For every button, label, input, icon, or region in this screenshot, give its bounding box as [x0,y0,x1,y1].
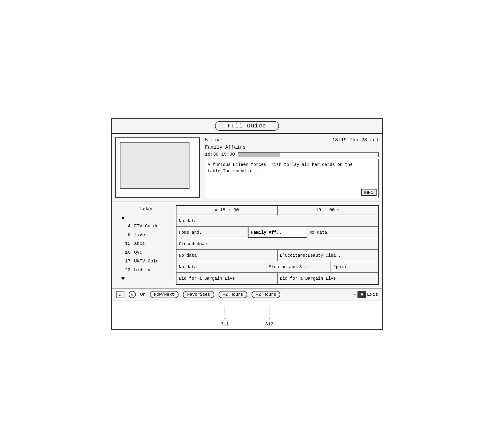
table-row[interactable]: No data L'Occitane:Beauty Clea.. [176,250,378,261]
top-section: 5 five 18:19 Thu 28 Jul Family Affairs 1… [112,134,382,202]
info-button[interactable]: INFO [361,189,377,196]
bottom-section: Today ▲ 4 FTV Guide 5 five 15 abc1 16 QV… [112,202,382,288]
uktv-2poin-cell[interactable]: 2poin.. [331,261,378,272]
channel-name: abc1 [134,241,176,246]
uktv-nodata-cell[interactable]: No data [176,261,266,272]
time-range-row: 18:30~19:00 [205,152,379,157]
datetime-label: 18:19 Thu 28 Jul [332,137,379,143]
five-home-cell[interactable]: Home and.. [176,227,248,238]
list-item[interactable]: 15 abc1 [115,239,176,248]
list-item[interactable]: 4 FTV Guide [115,222,176,231]
reference-312: ↗ 312 [265,306,273,327]
tv-guide-frame: Full Guide 5 five 18:19 Thu 28 Jul Famil… [111,118,383,330]
channel-time-row: 5 five 18:19 Thu 28 Jul [205,137,379,143]
now-next-button[interactable]: Now/Next [150,291,179,298]
time-range-label: 18:30~19:00 [205,152,235,157]
channel-number: 5 [121,232,130,238]
channel-number: 4 [121,224,130,229]
info-panel: 5 five 18:19 Thu 28 Jul Family Affairs 1… [205,137,379,198]
clock-icon: ⊙ [129,291,136,298]
time-col2-label: 19 : 00 [316,208,335,213]
time-col1-label: 18 : 00 [220,208,239,213]
minus2-button[interactable]: -2 Hours [219,291,247,298]
reference-311: ↗ 311 [221,306,229,327]
channel-name: UKTV Gold [134,259,176,264]
page-title: Full Guide [228,123,266,129]
table-row[interactable]: Home and.. Family Aff.. No data [176,227,378,238]
list-item[interactable]: 5 five [115,231,176,239]
ref-label-312: 312 [265,322,273,327]
list-item[interactable]: 17 UKTV Gold [115,257,176,266]
show-title: Family Affairs [205,145,379,150]
channel-list: Today ▲ 4 FTV Guide 5 five 15 abc1 16 QV… [115,205,176,285]
abc1-cell[interactable]: Closed down [176,238,378,249]
list-item[interactable]: 16 QVC [115,248,176,257]
footer-bar: ↵ ⊙ On Now/Next Favorites -2 Hours +2 Ho… [112,288,382,301]
prev-icon: « [215,208,217,213]
channel-name: bid tv [134,268,176,273]
arrow-right-icon: → [354,292,356,297]
title-bar: Full Guide [112,119,382,134]
ftv-cell[interactable]: No data [176,215,378,226]
reference-section: ↗ 311 ↗ 312 [112,301,382,329]
grid-header: « 18 : 00 19 : 00 » [176,206,378,215]
uktv-steptoe-cell[interactable]: Steptoe and S.. [266,261,331,272]
guide-grid: « 18 : 00 19 : 00 » No data Home and.. [176,205,379,285]
table-row[interactable]: No data [176,215,378,227]
progress-fill [238,153,280,157]
table-row[interactable]: No data Steptoe and S.. 2poin.. [176,261,378,273]
channel-name: five [134,232,176,238]
table-row[interactable]: Bid for a Bargain Live Bid for a Bargain… [176,273,378,284]
plus2-button[interactable]: +2 Hours [252,291,280,298]
tv-screen [120,142,189,189]
exit-label: Exit [367,292,378,297]
title-pill: Full Guide [215,121,279,131]
channel-label: 5 five [205,137,222,143]
channel-number: 17 [121,259,130,264]
back-button[interactable]: ↵ [116,291,124,298]
prev-time-button[interactable]: « 18 : 00 [176,206,278,215]
today-header: Today [115,205,176,214]
bid-left-cell[interactable]: Bid for a Bargain Live [176,273,278,284]
scroll-down-button[interactable]: ▼ [115,275,176,282]
channel-number: 15 [121,241,130,246]
exit-icon: ■ [357,291,366,298]
five-family-cell[interactable]: Family Aff.. [248,227,307,238]
bid-right-cell[interactable]: Bid for a Bargain Live [278,273,378,284]
ref-line-312 [269,306,269,315]
exit-button[interactable]: → ■ Exit [354,291,378,298]
description-text: A furious Eileen forces Trish to lay all… [208,162,353,173]
table-row[interactable]: Closed down [176,238,378,250]
five-nodata-cell[interactable]: No data [307,227,378,238]
channel-number: 16 [121,250,130,255]
next-icon: » [337,208,340,213]
list-item[interactable]: 23 bid tv [115,266,176,275]
qvc-loccitane-cell[interactable]: L'Occitane:Beauty Clea.. [278,250,378,261]
on-label: On [140,292,146,297]
favorites-button[interactable]: Favorites [183,291,214,298]
channel-name: QVC [134,250,176,255]
qvc-nodata-cell[interactable]: No data [176,250,278,261]
next-time-button[interactable]: 19 : 00 » [278,206,378,215]
description-box: A furious Eileen forces Trish to lay all… [205,159,379,198]
progress-bar [238,152,379,157]
ref-label-311: 311 [221,322,229,327]
ref-line-311 [225,306,225,315]
tv-preview [115,137,200,198]
channel-name: FTV Guide [134,224,176,229]
scroll-up-button[interactable]: ▲ [115,214,176,222]
channel-number: 23 [121,268,130,273]
